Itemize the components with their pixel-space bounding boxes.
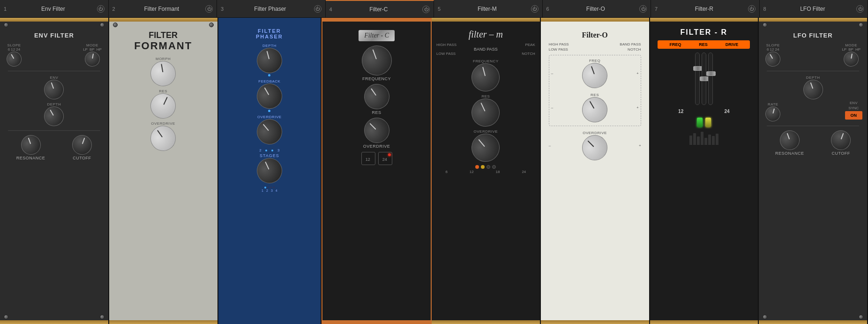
wood-bottom-6 (541, 320, 649, 324)
lfo-mode-knob[interactable] (843, 50, 860, 68)
r-res-label: RES (699, 42, 708, 47)
r-slider-thumb-res[interactable] (700, 76, 709, 81)
r-drive-label: DRIVE (726, 42, 739, 47)
resonance-group: RESONANCE (16, 135, 45, 160)
lfo-depth-knob[interactable] (801, 77, 826, 102)
filter-c-toggle-12[interactable]: 12 (361, 152, 375, 165)
filter-c-toggle-24[interactable]: 24 (378, 152, 392, 165)
o-overdrive-knob[interactable] (577, 130, 613, 166)
filter-c-res-knob[interactable] (359, 79, 394, 114)
slot-7-power[interactable]: ⏻ (748, 5, 756, 13)
depth-knob[interactable] (41, 103, 67, 129)
stage-num-2: 2 (259, 148, 261, 152)
resonance-knob[interactable] (18, 132, 44, 158)
lfo-cutoff-knob[interactable] (828, 128, 853, 153)
wood-bottom-2 (109, 320, 217, 324)
filter-m-overdrive-knob[interactable] (466, 128, 506, 168)
slot-4-number: 4 (329, 7, 332, 12)
o-freq-knob[interactable] (578, 59, 611, 91)
filter-m-freq-knob[interactable] (469, 60, 503, 94)
slot-1-power[interactable]: ⏻ (97, 5, 105, 13)
bottom-dot-gold (481, 165, 485, 169)
mode-label: MODE (86, 43, 98, 47)
lfo-top-row: SLOPE 6 12 24 MODE LP BP HP (762, 42, 864, 68)
lfo-mode-hp: HP (855, 47, 861, 52)
lfo-rate-label: RATE (768, 102, 778, 106)
r-bar-5 (704, 138, 707, 145)
env-group: ENV (44, 75, 64, 99)
lfo-filter-content: LFO FILTER SLOPE 6 12 24 MODE (762, 22, 864, 320)
formant-overdrive-knob[interactable] (146, 121, 181, 156)
rack-container: 1 Env Filter ⏻ 2 Filter Formant ⏻ 3 Filt… (0, 0, 868, 324)
r-slider-freq[interactable] (695, 53, 700, 105)
r-slider-res[interactable] (702, 53, 706, 105)
stages-row: 2 3 (259, 148, 279, 152)
lfo-filter-title: LFO FILTER (793, 32, 833, 39)
morph-knob[interactable] (149, 59, 178, 89)
o-plus-3: + (639, 143, 641, 148)
filter-o-content: Filter-O HIGH PASS BAND PASS LOW PASS NO… (544, 22, 646, 320)
lfo-mode-bp: BP (848, 47, 853, 52)
lfo-resonance-knob[interactable] (777, 128, 802, 153)
lfo-resonance-group: RESONANCE (775, 130, 804, 156)
r-led-yellow (705, 118, 711, 127)
toggle-led-red (388, 153, 391, 156)
phaser-stages-knob[interactable] (253, 154, 286, 188)
r-slider-thumb-drive[interactable] (706, 71, 716, 76)
r-slider-thumb-freq[interactable] (693, 66, 703, 71)
m-num-12: 12 (470, 170, 474, 174)
module-lfo-filter: LFO FILTER SLOPE 6 12 24 MODE (759, 18, 868, 324)
filter-c-freq-knob[interactable] (358, 41, 396, 80)
o-minus-2: – (551, 105, 553, 110)
lfo-on-button[interactable]: ON (845, 111, 863, 120)
r-slider-drive[interactable] (708, 53, 713, 105)
mode-knob[interactable] (83, 50, 101, 68)
lfo-slope-knob[interactable] (763, 49, 783, 69)
modules-area: ENV FILTER SLOPE 6 12 24 MODE (0, 18, 868, 324)
slot-8-bar: 8 LFO Filter ⏻ (760, 0, 868, 17)
phaser-feedback-knob[interactable] (252, 79, 287, 113)
slot-3-name: Filter Phaser (226, 6, 314, 12)
band-pass-label: BAND PASS (436, 47, 535, 52)
slot-3-power[interactable]: ⏻ (314, 5, 322, 13)
filter-o-title: Filter-O (582, 31, 607, 39)
notch-label: NOTCH (522, 52, 535, 56)
slot-4-power[interactable]: ⏻ (422, 6, 430, 13)
slot-6-power[interactable]: ⏻ (639, 5, 647, 13)
wood-top-2 (109, 18, 217, 22)
wood-bottom-5 (432, 320, 540, 324)
slot-5-power[interactable]: ⏻ (531, 5, 539, 13)
filter-m-title: filter – m (469, 29, 503, 40)
wood-bottom-1 (0, 320, 108, 324)
phaser-overdrive-knob[interactable] (252, 114, 287, 150)
formant-res-knob[interactable] (146, 89, 180, 123)
env-knob[interactable] (41, 77, 67, 102)
lfo-rate-knob[interactable] (764, 105, 782, 123)
lfo-slope-6: 6 (767, 47, 769, 52)
slot-8-power[interactable]: ⏻ (856, 5, 864, 13)
low-pass-label: LOW PASS (436, 52, 456, 56)
formant-overdrive-group: OVERDRIVE (150, 121, 176, 151)
phaser-overdrive-group: OVERDRIVE (257, 115, 282, 144)
filter-c-overdrive-knob[interactable] (359, 113, 394, 148)
filter-m-overdrive-group: OVERDRIVE (471, 129, 500, 162)
o-freq-label: FREQ (589, 59, 600, 63)
lfo-slope-24: 24 (775, 47, 779, 52)
filter-m-res-knob[interactable] (467, 94, 505, 131)
slot-2-power[interactable]: ⏻ (205, 5, 213, 13)
filter-m-bottom-nums: 6 12 18 24 (434, 170, 537, 174)
o-res-knob[interactable] (577, 92, 612, 127)
filter-c-title: Filter - C (359, 30, 395, 41)
phaser-content: FILTERPHASER DEPTH FEEDBACK OVERDRIVE (218, 18, 321, 324)
slope-knob[interactable] (4, 49, 24, 69)
wood-top-8 (759, 18, 867, 22)
cutoff-knob[interactable] (69, 132, 95, 158)
slope-val-24: 24 (16, 47, 20, 52)
formant-title: FILTER FORMANT (134, 31, 192, 52)
wood-top-1 (0, 18, 108, 22)
toggle-12-label: 12 (366, 157, 370, 162)
o-minus-1: – (551, 71, 553, 75)
resonance-label: RESONANCE (16, 156, 45, 160)
phaser-depth-knob[interactable] (254, 45, 285, 76)
filter-c-overdrive-label: OVERDRIVE (363, 144, 390, 149)
